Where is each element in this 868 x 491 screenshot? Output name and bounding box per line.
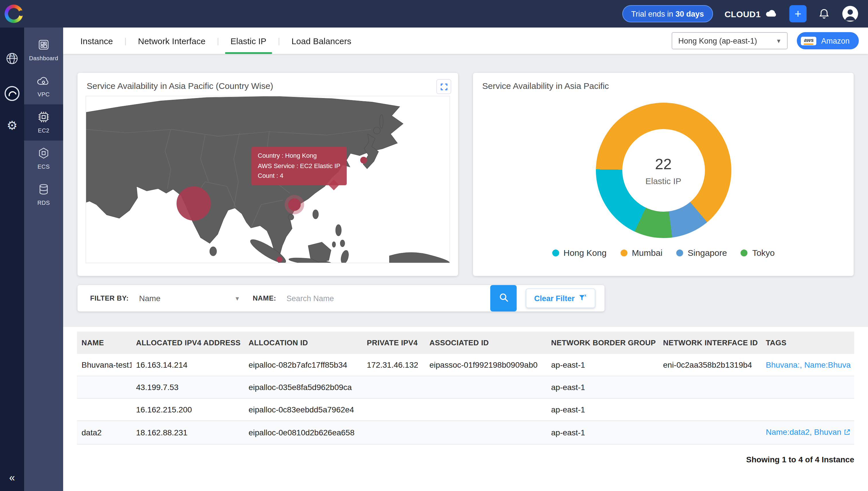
notifications-bell-icon[interactable] — [818, 8, 830, 20]
trial-text: Trial ends in — [631, 9, 673, 18]
donut-card: Service Availability in Asia Pacific 22 … — [473, 73, 853, 276]
cell-name: data2 — [77, 421, 132, 444]
donut-total: 22 — [655, 155, 672, 173]
legend-singapore[interactable]: Singapore — [676, 248, 727, 258]
legend-tokyo[interactable]: Tokyo — [741, 248, 775, 258]
table-row[interactable]: 43.199.7.53 eipalloc-035e8fa5d962b09ca a… — [77, 376, 854, 398]
settings-gear-icon[interactable]: ⚙ — [7, 119, 18, 132]
subnav-controls: Hong Kong (ap-east-1) ▼ aws Amazon — [672, 32, 859, 49]
region-selector[interactable]: Hong Kong (ap-east-1) ▼ — [672, 32, 788, 49]
tab-elastic-ip[interactable]: Elastic IP — [219, 28, 278, 54]
tabs: Instance | Network Interface | Elastic I… — [69, 28, 363, 54]
cell-eni — [658, 398, 761, 421]
sidebar-item-ecs[interactable]: ECS — [24, 141, 63, 177]
sidebar-item-ec2[interactable]: EC2 — [24, 105, 63, 141]
cell-eni — [658, 376, 761, 398]
filter-by-dropdown[interactable]: Name ▼ — [139, 294, 240, 303]
cell-ipv4: 16.162.215.200 — [132, 398, 244, 421]
sidebar-item-rds[interactable]: RDS — [24, 177, 63, 213]
provider-amazon-button[interactable]: aws Amazon — [797, 32, 859, 49]
tab-network-interface[interactable]: Network Interface — [127, 28, 217, 54]
legend-hong-kong[interactable]: Hong Kong — [552, 248, 606, 258]
cell-assoc-id: eipassoc-01f992198b0909ab0 — [425, 354, 546, 376]
cell-nbg: ap-east-1 — [546, 354, 658, 376]
cell-name — [77, 398, 132, 421]
legend-dot — [620, 249, 627, 256]
cell-nbg: ap-east-1 — [546, 376, 658, 398]
elastic-ip-table: NAME ALLOCATED IPV4 ADDRESS ALLOCATION I… — [77, 331, 854, 444]
sidebar-item-vpc[interactable]: VPC — [24, 68, 63, 105]
collapse-sidebar-button[interactable]: « — [0, 472, 24, 484]
col-allocation-id: ALLOCATION ID — [244, 331, 362, 354]
bubble-tokyo[interactable] — [360, 157, 367, 164]
legend-mumbai[interactable]: Mumbai — [620, 248, 662, 258]
table-row[interactable]: data2 18.162.88.231 eipalloc-0e0810d2b62… — [77, 421, 854, 444]
donut-chart: 22 Elastic IP Hong Kong Mumbai Singapore… — [473, 96, 853, 258]
filter-bar: FILTER BY: Name ▼ NAME: Clear Filter x — [78, 285, 604, 312]
cell-tags — [761, 398, 854, 421]
clear-filter-label: Clear Filter — [534, 294, 575, 302]
cell-eni: eni-0c2aa358b2b1319b4 — [658, 354, 761, 376]
tooltip-count: Count : 4 — [258, 171, 341, 181]
add-button[interactable]: + — [789, 5, 807, 22]
summary-cards: Service Availability in Asia Pacific (Co… — [63, 54, 868, 276]
bubble-india[interactable] — [177, 186, 211, 221]
ecs-hexagon-icon — [37, 147, 50, 161]
tags-link[interactable]: Name:data2, Bhuvan — [766, 427, 841, 436]
legend-dot — [741, 249, 748, 256]
tags-link[interactable]: Bhuvana:, Name:Bhuva — [766, 360, 851, 369]
search-input[interactable] — [287, 294, 491, 302]
tab-separator: | — [124, 36, 126, 45]
col-network-interface-id: NETWORK INTERFACE ID — [658, 331, 761, 354]
svg-text:DNS: DNS — [9, 55, 15, 58]
table-row[interactable]: Bhuvana-test1 16.163.14.214 eipalloc-082… — [77, 354, 854, 376]
bubble-singapore[interactable] — [277, 256, 282, 262]
brand-logo[interactable] — [5, 5, 23, 23]
cell-alloc-id: eipalloc-082b7afc17ff85b34 — [244, 354, 362, 376]
search-button[interactable] — [491, 285, 517, 312]
fullscreen-expand-icon[interactable] — [436, 79, 451, 94]
funnel-clear-icon: x — [578, 293, 587, 304]
clear-filter-button[interactable]: Clear Filter x — [526, 289, 595, 308]
product-badge-icon[interactable] — [5, 86, 20, 101]
cell-assoc-id — [425, 421, 546, 444]
tab-instance[interactable]: Instance — [69, 28, 124, 54]
dashboard-icon — [37, 38, 50, 52]
table-row[interactable]: 16.162.215.200 eipalloc-0c83eebdd5a7962e… — [77, 398, 854, 421]
cell-ipv4: 18.162.88.231 — [132, 421, 244, 444]
cell-alloc-id: eipalloc-0e0810d2b626ea658 — [244, 421, 362, 444]
cell-tags — [761, 376, 854, 398]
donut-legend: Hong Kong Mumbai Singapore Tokyo — [552, 248, 775, 258]
cell-private-ipv4 — [362, 376, 425, 398]
sidebar-label: VPC — [37, 91, 50, 97]
sidebar-item-dashboard[interactable]: Dashboard — [24, 32, 63, 68]
cell-assoc-id — [425, 376, 546, 398]
region-value: Hong Kong (ap-east-1) — [678, 36, 757, 45]
legend-dot — [552, 249, 559, 256]
cell-tags: Bhuvana:, Name:Bhuva — [761, 354, 854, 376]
donut-metric-label: Elastic IP — [645, 176, 681, 185]
external-link-icon[interactable] — [843, 429, 850, 438]
table-header-row: NAME ALLOCATED IPV4 ADDRESS ALLOCATION I… — [77, 331, 854, 354]
name-filter-label: NAME: — [252, 294, 276, 302]
cell-private-ipv4 — [362, 398, 425, 421]
svg-text:x: x — [585, 293, 587, 297]
col-name: NAME — [77, 331, 132, 354]
aws-logo: aws — [801, 36, 817, 45]
provider-label: Amazon — [821, 36, 850, 45]
bubble-hong-kong[interactable] — [288, 199, 301, 211]
tab-load-balancers[interactable]: Load Balancers — [280, 28, 363, 54]
map-card-title: Service Availability in Asia Pacific (Co… — [78, 73, 458, 96]
dns-globe-icon[interactable]: DNS — [5, 52, 19, 68]
resource-tabs-bar: Instance | Network Interface | Elastic I… — [63, 28, 868, 54]
trial-countdown-button[interactable]: Trial ends in 30 days — [622, 5, 713, 22]
topbar-actions: Trial ends in 30 days CLOUD1 + — [622, 5, 859, 22]
donut-card-title: Service Availability in Asia Pacific — [473, 73, 853, 96]
cell-ipv4: 16.163.14.214 — [132, 354, 244, 376]
cell-name — [77, 376, 132, 398]
tooltip-service: AWS Service : EC2 Elastic IP — [258, 161, 341, 171]
org-switcher[interactable]: CLOUD1 — [725, 9, 778, 19]
col-tags: TAGS — [761, 331, 854, 354]
user-avatar[interactable] — [842, 5, 859, 22]
chevron-down-icon: ▼ — [776, 37, 782, 44]
